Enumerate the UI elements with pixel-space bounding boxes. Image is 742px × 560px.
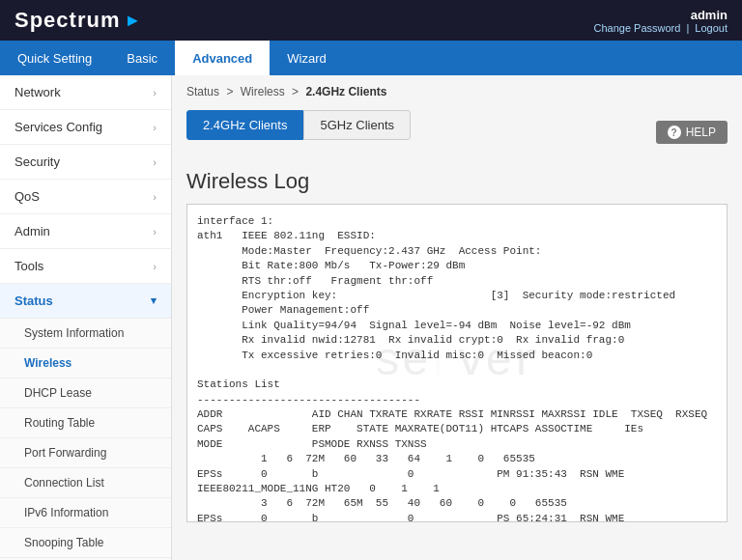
admin-name: admin [691,8,728,22]
sidebar-item-tools[interactable]: Tools › [0,249,171,284]
main-layout: Network › Services Config › Security › Q… [0,75,742,560]
tabs-help-row: 2.4GHz Clients 5GHz Clients ? HELP [186,110,728,154]
sidebar-label-services-config: Services Config [14,120,102,134]
sidebar-label-tools: Tools [14,259,43,273]
navbar: Quick Setting Basic Advanced Wizard [0,41,742,75]
breadcrumb-current: 2.4GHz Clients [305,85,386,98]
sidebar-item-admin[interactable]: Admin › [0,214,171,249]
link-separator: | [686,22,689,34]
help-button[interactable]: ? HELP [656,121,728,144]
chevron-right-icon: › [153,261,157,272]
chevron-right-icon: › [153,156,157,168]
logo-arrow: ► [124,11,141,31]
sidebar-item-dhcp-lease[interactable]: DHCP Lease [0,378,171,408]
sidebar-label-network: Network [14,85,61,99]
breadcrumb-sep-1: > [226,85,236,98]
sidebar-submenu: System Information Wireless DHCP Lease R… [0,319,171,560]
sidebar-item-wireless[interactable]: Wireless [0,349,171,378]
logo-area: Spectrum ► [14,8,141,33]
wireless-log-title: Wireless Log [186,169,728,194]
sidebar-label-status: Status [14,294,53,308]
tab-5ghz[interactable]: 5GHz Clients [303,110,411,140]
sidebar-item-port-forwarding[interactable]: Port Forwarding [0,438,171,468]
sidebar-label-admin: Admin [14,224,50,238]
sidebar: Network › Services Config › Security › Q… [0,75,172,560]
sidebar-item-status[interactable]: Status ▾ [0,284,171,319]
breadcrumb-sep-2: > [292,85,301,98]
tab-2.4ghz[interactable]: 2.4GHz Clients [186,110,303,140]
chevron-right-icon: › [153,122,157,133]
content-area: Status > Wireless > 2.4GHz Clients 2.4GH… [172,75,742,560]
nav-wizard[interactable]: Wizard [270,41,343,75]
help-label: HELP [686,126,716,139]
change-password-link[interactable]: Change Password [593,22,680,34]
sidebar-item-security[interactable]: Security › [0,145,171,180]
tab-group: 2.4GHz Clients 5GHz Clients [186,110,411,140]
header: Spectrum ► admin Change Password | Logou… [0,0,742,41]
sidebar-item-snooping-table[interactable]: Snooping Table [0,528,171,558]
chevron-right-icon: › [153,226,157,238]
sidebar-item-system-information[interactable]: System Information [0,319,171,349]
sidebar-label-security: Security [14,154,60,169]
chevron-down-icon: ▾ [151,294,157,307]
nav-advanced[interactable]: Advanced [175,41,270,75]
log-container[interactable]: server interface 1: ath1 IEEE 802.11ng E… [186,204,728,522]
header-links: Change Password | Logout [593,22,728,34]
header-right: admin Change Password | Logout [593,8,728,34]
chevron-right-icon: › [153,87,157,98]
sidebar-label-qos: QoS [14,189,40,204]
chevron-right-icon: › [153,191,157,203]
log-text: interface 1: ath1 IEEE 802.11ng ESSID: M… [197,214,717,522]
sidebar-item-connection-list[interactable]: Connection List [0,468,171,498]
breadcrumb-part-1: Status [186,85,219,98]
sidebar-item-network[interactable]: Network › [0,75,171,110]
nav-basic[interactable]: Basic [109,41,175,75]
breadcrumb: Status > Wireless > 2.4GHz Clients [186,85,728,98]
help-icon: ? [668,126,681,139]
breadcrumb-part-2: Wireless [241,85,285,98]
logo-text: Spectrum [14,8,120,33]
logout-link[interactable]: Logout [695,22,728,34]
sidebar-item-services-config[interactable]: Services Config › [0,110,171,145]
nav-quick-setting[interactable]: Quick Setting [0,41,109,75]
sidebar-item-routing-table[interactable]: Routing Table [0,408,171,438]
sidebar-item-qos[interactable]: QoS › [0,180,171,214]
sidebar-item-ipv6-information[interactable]: IPv6 Information [0,498,171,528]
